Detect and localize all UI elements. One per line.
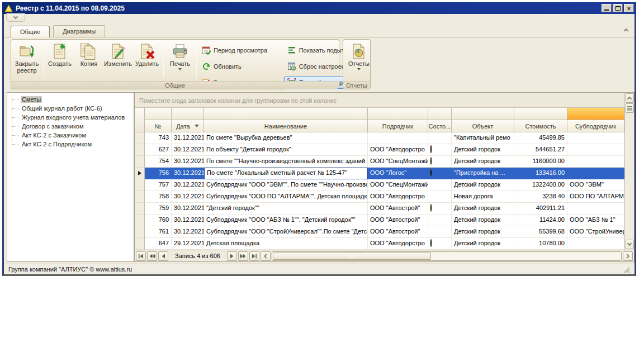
cell-cost[interactable]: 544651.27 xyxy=(514,144,567,156)
cell-date[interactable]: 30.12.2021 xyxy=(172,144,204,156)
filter-cell-cost[interactable] xyxy=(514,108,567,120)
cell-name[interactable]: Субподрядчик "ООО "ЭВМ"". По смете ""Нау… xyxy=(204,179,368,191)
cell-sub[interactable] xyxy=(567,156,624,168)
cell-date[interactable]: 30.12.2021 xyxy=(172,168,204,179)
column-header-num[interactable]: № xyxy=(145,120,172,132)
cell-cost[interactable]: 3238.40 xyxy=(514,191,567,203)
filter-cell-object[interactable] xyxy=(452,108,514,120)
cell-name[interactable]: Субподрядчик "ООО "СтройУниверсал"".По с… xyxy=(204,226,368,238)
column-header-contractor[interactable]: Подрядчик xyxy=(368,120,428,132)
cell-cost[interactable]: 45499.85 xyxy=(514,132,567,144)
cell-cost[interactable]: 1160000.00 xyxy=(514,156,567,168)
filter-cell-date[interactable] xyxy=(172,108,204,120)
filter-cell-sub[interactable] xyxy=(567,108,624,120)
sidebar-item-3[interactable]: Договор с заказчиком xyxy=(7,122,134,131)
cell-contractor[interactable]: ООО "Логос" xyxy=(368,168,428,179)
cell-cost[interactable]: 402911.21 xyxy=(514,203,567,215)
cell-cost[interactable]: 133416.00 xyxy=(514,168,567,179)
cell-cost[interactable]: 1322400.00 xyxy=(514,179,567,191)
cell-name[interactable]: Субподрядчик "ООО "АБЗ № 1"". "Детский г… xyxy=(204,215,368,226)
cell-object[interactable]: Детский городок xyxy=(452,238,514,250)
cell-sub[interactable]: ООО "ЭВМ" xyxy=(567,179,624,191)
cell-sub[interactable] xyxy=(567,238,624,250)
cell-name[interactable]: По объекту "Детский городок" xyxy=(204,144,368,156)
ribbon-button-create-doc[interactable]: Создать xyxy=(45,41,74,80)
close-icon[interactable]: × xyxy=(624,4,634,12)
nav-first-button[interactable] xyxy=(136,251,146,261)
cell-sub[interactable]: ООО "СтройУнивер xyxy=(567,226,624,238)
cell-cost[interactable]: 11424.00 xyxy=(514,215,567,226)
table-row[interactable]: 74331.12.2021По смете "Вырубка деревьев"… xyxy=(135,132,624,144)
cell-num[interactable]: 759 xyxy=(145,203,172,215)
cell-object[interactable]: Детский городок xyxy=(452,144,514,156)
cell-object[interactable]: Детский городок xyxy=(452,156,514,168)
ribbon-button-close-registry[interactable]: Закрыть реестр xyxy=(12,41,41,80)
column-header-cost[interactable]: Стоимость xyxy=(514,120,567,132)
column-header-sub[interactable]: Субподрядчик xyxy=(567,120,624,132)
cell-sub[interactable] xyxy=(567,144,624,156)
ribbon-button-view-period[interactable]: Период просмотра xyxy=(198,44,280,56)
cell-date[interactable]: 31.12.2021 xyxy=(172,132,204,144)
cell-name[interactable]: "Детский городок"" xyxy=(204,203,368,215)
sidebar-item-2[interactable]: Журнал входного учета материалов xyxy=(7,113,134,122)
filter-cell-contractor[interactable] xyxy=(368,108,428,120)
cell-num[interactable]: 647 xyxy=(145,238,172,250)
nav-next-page-button[interactable] xyxy=(238,251,248,261)
nav-prev-page-button[interactable] xyxy=(147,251,157,261)
cell-date[interactable]: 30.12.2021 xyxy=(172,215,204,226)
nav-next-button[interactable] xyxy=(227,251,237,261)
cell-contractor[interactable]: ООО "Автодорстро xyxy=(368,144,428,156)
cell-num[interactable]: 761 xyxy=(145,226,172,238)
ribbon-button-edit-doc[interactable]: Изменить xyxy=(103,41,132,80)
cell-object[interactable]: Детский городок xyxy=(452,226,514,238)
cell-num[interactable]: 757 xyxy=(145,179,172,191)
cell-object[interactable]: "Пристройка на ... xyxy=(452,168,514,179)
table-row[interactable]: 75830.12.2021Субподрядчик "ООО ПО "АЛТАР… xyxy=(135,191,624,203)
vertical-scrollbar[interactable] xyxy=(624,93,634,250)
cell-object[interactable]: Детский городок xyxy=(452,215,514,226)
cell-num[interactable]: 758 xyxy=(145,191,172,203)
cell-cost[interactable]: 10780.00 xyxy=(514,238,567,250)
nav-prev-button[interactable] xyxy=(158,251,168,261)
resize-grip-icon[interactable] xyxy=(623,266,630,273)
group-by-panel[interactable]: Поместите сюда заголовок колонки для гру… xyxy=(135,93,624,108)
ribbon-button-print[interactable]: Печать xyxy=(165,41,195,80)
ribbon-button-reports[interactable]: Отчеты xyxy=(344,41,373,80)
cell-name[interactable]: По смете "Локальный сметный расчет № 125… xyxy=(204,168,368,179)
cell-status[interactable] xyxy=(428,144,452,156)
cell-status[interactable] xyxy=(428,226,452,238)
nav-last-button[interactable] xyxy=(249,251,259,261)
table-row[interactable]: 76130.12.2021Субподрядчик "ООО "СтройУни… xyxy=(135,226,624,238)
cell-status[interactable] xyxy=(428,203,452,215)
minimize-icon[interactable] xyxy=(602,4,612,12)
horizontal-scroll-track[interactable] xyxy=(272,251,622,261)
filter-cell-name[interactable] xyxy=(204,108,368,120)
cell-name[interactable]: Субподрядчик "ООО ПО "АЛТАРМА"". Детская… xyxy=(204,191,368,203)
cell-num[interactable]: 754 xyxy=(145,156,172,168)
cell-name[interactable]: По смете "Вырубка деревьев" xyxy=(204,132,368,144)
table-row[interactable]: 75630.12.2021По смете "Локальный сметный… xyxy=(135,168,624,179)
cell-date[interactable]: 30.12.2021 xyxy=(172,156,204,168)
horizontal-scroll-thumb[interactable] xyxy=(273,253,431,260)
ribbon-button-refresh[interactable]: Обновить xyxy=(198,60,280,73)
filter-cell-num[interactable] xyxy=(145,108,172,120)
cell-name[interactable]: По смете ""Научно-производственный компл… xyxy=(204,156,368,168)
tab-general[interactable]: Общие xyxy=(11,26,50,37)
cell-status[interactable] xyxy=(428,238,452,250)
cell-cost[interactable]: 55399.68 xyxy=(514,226,567,238)
cell-num[interactable]: 760 xyxy=(145,215,172,226)
sidebar-item-5[interactable]: Акт КС-2 с Подрядчиком xyxy=(7,140,134,149)
scroll-up-button[interactable] xyxy=(626,93,634,103)
cell-sub[interactable] xyxy=(567,132,624,144)
cell-status[interactable] xyxy=(428,191,452,203)
cell-date[interactable]: 30.12.2021 xyxy=(172,226,204,238)
table-row[interactable]: 75430.12.2021По смете ""Научно-производс… xyxy=(135,156,624,168)
filter-cell-status[interactable] xyxy=(428,108,452,120)
scroll-down-button[interactable] xyxy=(626,240,634,249)
cell-contractor[interactable]: ООО "СпецМонтажИ xyxy=(368,156,428,168)
cell-sub[interactable]: ООО ПО "АЛТАРМА xyxy=(567,191,624,203)
cell-name[interactable]: Детская площадка xyxy=(204,238,368,250)
ribbon-button-delete-doc[interactable]: Удалить xyxy=(132,41,162,80)
sidebar-item-1[interactable]: Общий журнал работ (КС-6) xyxy=(7,104,134,113)
grid-menu-button[interactable] xyxy=(626,103,634,113)
